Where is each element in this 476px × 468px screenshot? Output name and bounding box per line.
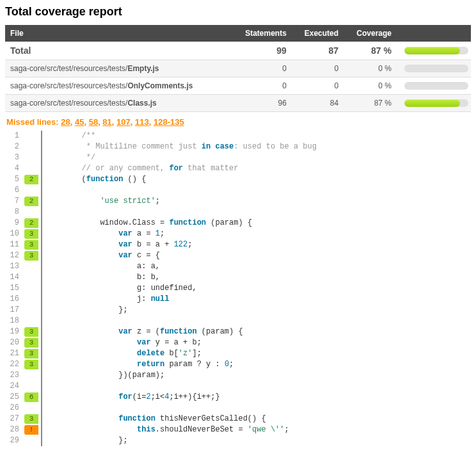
executed-cell: 0 bbox=[292, 60, 344, 77]
coverage-cell: 87 % bbox=[344, 95, 397, 112]
miss-badge: ! bbox=[24, 425, 38, 435]
code-line: var z = (function (param) { bbox=[45, 327, 471, 337]
col-statements: Statements bbox=[231, 25, 292, 42]
code-line: (function () { bbox=[45, 174, 471, 185]
line-number: 27 bbox=[5, 414, 19, 424]
line-number: 10 bbox=[5, 229, 19, 239]
file-cell: Total bbox=[5, 42, 231, 60]
code-line: var a = 1; bbox=[45, 229, 471, 239]
table-row: Total998787 % bbox=[5, 42, 471, 60]
line-number: 29 bbox=[5, 435, 19, 446]
hit-badge: 3 bbox=[24, 360, 38, 369]
table-row: saga-core/src/test/resources/tests/Empty… bbox=[5, 60, 471, 77]
missed-line-link[interactable]: 58 bbox=[89, 117, 98, 127]
hit-badge: 3 bbox=[24, 338, 38, 348]
line-number: 21 bbox=[5, 348, 19, 359]
code-line: window.Class = function (param) { bbox=[45, 218, 471, 229]
missed-line-link[interactable]: 128-135 bbox=[154, 117, 184, 127]
line-number: 2 bbox=[5, 141, 19, 152]
statements-cell: 96 bbox=[231, 95, 292, 112]
line-number: 14 bbox=[5, 272, 19, 283]
col-coverage: Coverage bbox=[344, 25, 397, 42]
col-executed: Executed bbox=[292, 25, 344, 42]
code-line: return param ? y : 0; bbox=[45, 359, 471, 370]
code-line: this.shouldNeverBeSet = 'qwe \''; bbox=[45, 424, 471, 435]
missed-line-link[interactable]: 81 bbox=[102, 117, 111, 127]
statements-cell: 99 bbox=[231, 42, 292, 60]
coverage-bar bbox=[404, 47, 468, 54]
line-number: 4 bbox=[5, 163, 19, 174]
table-row: saga-core/src/test/resources/tests/Class… bbox=[5, 95, 471, 112]
code-line: for(i=2;i<4;i++){i++;} bbox=[45, 392, 471, 403]
missed-line-link[interactable]: 113 bbox=[135, 117, 149, 127]
code-line: })(param); bbox=[45, 370, 471, 381]
table-row: saga-core/src/test/resources/tests/OnlyC… bbox=[5, 77, 471, 95]
code-line: }; bbox=[45, 305, 471, 316]
line-number: 26 bbox=[5, 403, 19, 414]
hit-count bbox=[24, 141, 41, 152]
missed-line-link[interactable]: 45 bbox=[75, 117, 84, 127]
hit-badge: 3 bbox=[24, 349, 38, 359]
code-line: j: null bbox=[45, 294, 471, 305]
line-number-gutter: 1234567891011121314151617181920212223242… bbox=[5, 131, 24, 446]
missed-line-link[interactable]: 107 bbox=[116, 117, 131, 127]
file-cell: saga-core/src/test/resources/tests/Class… bbox=[5, 95, 231, 112]
executed-cell: 0 bbox=[292, 77, 344, 95]
code-line bbox=[45, 316, 471, 327]
hit-count bbox=[24, 316, 41, 327]
hit-count: 3 bbox=[24, 337, 41, 348]
hit-count bbox=[24, 131, 41, 141]
missed-lines: Missed lines: 28, 45, 58, 81, 107, 113, … bbox=[6, 117, 471, 127]
line-number: 9 bbox=[5, 218, 19, 229]
line-number: 8 bbox=[5, 207, 19, 218]
coverage-bar-cell bbox=[397, 42, 471, 60]
hit-badge: 3 bbox=[24, 327, 38, 337]
hit-count bbox=[24, 152, 41, 163]
file-cell: saga-core/src/test/resources/tests/OnlyC… bbox=[5, 77, 231, 95]
line-number: 3 bbox=[5, 152, 19, 163]
hit-count bbox=[24, 370, 41, 381]
hit-count: 3 bbox=[24, 229, 41, 239]
hit-count bbox=[24, 305, 41, 316]
missed-line-link[interactable]: 28 bbox=[61, 117, 70, 127]
executed-cell: 84 bbox=[292, 95, 344, 112]
hit-count bbox=[24, 163, 41, 174]
col-file: File bbox=[5, 25, 231, 42]
hit-count-gutter: 222333333363! bbox=[24, 131, 41, 446]
code-line bbox=[45, 207, 471, 218]
hit-count: 3 bbox=[24, 327, 41, 337]
hit-count: 3 bbox=[24, 239, 41, 250]
coverage-cell: 87 % bbox=[344, 42, 397, 60]
statements-cell: 0 bbox=[231, 77, 292, 95]
line-number: 5 bbox=[5, 174, 19, 185]
hit-badge: 2 bbox=[24, 175, 38, 184]
line-number: 25 bbox=[5, 392, 19, 403]
hit-count bbox=[24, 261, 41, 272]
line-number: 11 bbox=[5, 239, 19, 250]
hit-count bbox=[24, 207, 41, 218]
hit-badge: 2 bbox=[24, 197, 38, 206]
code-line: // or any comment, for that matter bbox=[45, 163, 471, 174]
missed-lines-prefix: Missed lines: bbox=[6, 117, 61, 127]
code-line: var y = a + b; bbox=[45, 337, 471, 348]
coverage-cell: 0 % bbox=[344, 77, 397, 95]
file-cell: saga-core/src/test/resources/tests/Empty… bbox=[5, 60, 231, 77]
hit-count bbox=[24, 403, 41, 414]
hit-count: 2 bbox=[24, 218, 41, 229]
coverage-bar bbox=[404, 65, 468, 72]
code-viewer: 1234567891011121314151617181920212223242… bbox=[5, 131, 471, 446]
hit-badge: 3 bbox=[24, 251, 38, 261]
hit-count: 3 bbox=[24, 250, 41, 261]
line-number: 20 bbox=[5, 337, 19, 348]
code-line: }; bbox=[45, 435, 471, 446]
coverage-cell: 0 % bbox=[344, 60, 397, 77]
line-number: 22 bbox=[5, 359, 19, 370]
code-line: /** bbox=[45, 131, 471, 141]
line-number: 12 bbox=[5, 250, 19, 261]
statements-cell: 0 bbox=[231, 60, 292, 77]
hit-badge: 3 bbox=[24, 414, 38, 424]
hit-count: 2 bbox=[24, 174, 41, 185]
hit-count: ! bbox=[24, 424, 41, 435]
code-line bbox=[45, 185, 471, 196]
code-line: a: a, bbox=[45, 261, 471, 272]
